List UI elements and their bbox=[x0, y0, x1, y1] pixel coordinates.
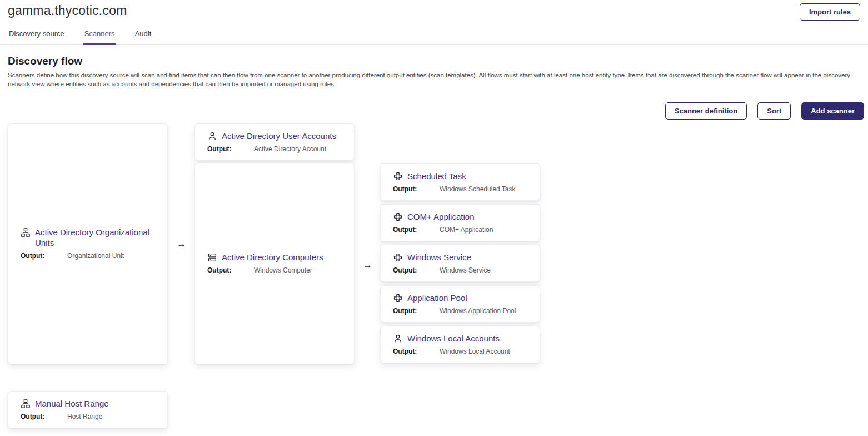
scanner-card-manual-host-range[interactable]: Manual Host Range Output: Host Range bbox=[8, 391, 168, 428]
output-label: Output: bbox=[393, 307, 440, 316]
top-bar: gamma.thycotic.com Import rules bbox=[0, 0, 868, 21]
output-label: Output: bbox=[393, 348, 440, 356]
scanner-link[interactable]: Windows Service bbox=[407, 252, 471, 262]
output-label: Output: bbox=[393, 185, 440, 194]
scanner-card-com-application[interactable]: COM+ Application Output: COM+ Applicatio… bbox=[380, 204, 540, 241]
scanner-link[interactable]: COM+ Application bbox=[407, 211, 474, 222]
section-heading: Discovery flow bbox=[8, 55, 860, 67]
scanner-link[interactable]: Active Directory Computers bbox=[222, 252, 323, 262]
scanner-card-windows-local-accounts[interactable]: Windows Local Accounts Output: Windows L… bbox=[380, 326, 540, 363]
scanner-card-windows-service[interactable]: Windows Service Output: Windows Service bbox=[380, 245, 540, 282]
output-value: Windows Scheduled Task bbox=[440, 185, 516, 194]
scanner-link[interactable]: Application Pool bbox=[407, 293, 467, 303]
output-value: COM+ Application bbox=[440, 226, 493, 235]
dependency-icon bbox=[393, 212, 403, 222]
discovery-flow-canvas: Active Directory Organizational Units Ou… bbox=[0, 117, 868, 436]
output-label: Output: bbox=[21, 413, 67, 422]
person-icon bbox=[393, 334, 403, 344]
sitemap-icon bbox=[21, 227, 31, 237]
tab-audit[interactable]: Audit bbox=[134, 26, 153, 45]
output-value: Windows Service bbox=[440, 266, 491, 275]
dependency-icon bbox=[393, 252, 403, 262]
output-label: Output: bbox=[21, 252, 67, 261]
output-value: Windows Local Account bbox=[440, 348, 510, 356]
person-icon bbox=[207, 131, 217, 141]
scanner-card-ad-user-accounts[interactable]: Active Directory User Accounts Output: A… bbox=[194, 123, 355, 161]
scanner-link[interactable]: Active Directory User Accounts bbox=[222, 131, 336, 141]
tab-discovery-source[interactable]: Discovery source bbox=[8, 26, 66, 45]
output-value: Organizational Unit bbox=[67, 252, 124, 261]
output-label: Output: bbox=[207, 266, 254, 275]
server-icon bbox=[207, 252, 217, 262]
scanner-link[interactable]: Scheduled Task bbox=[407, 171, 466, 181]
output-value: Active Directory Account bbox=[254, 145, 326, 154]
tab-scanners[interactable]: Scanners bbox=[83, 26, 116, 45]
sitemap-icon bbox=[21, 399, 31, 409]
output-value: Windows Application Pool bbox=[440, 307, 516, 316]
import-rules-button[interactable]: Import rules bbox=[800, 3, 860, 21]
output-label: Output: bbox=[393, 266, 440, 275]
dependency-icon bbox=[393, 293, 403, 303]
output-value: Host Range bbox=[67, 413, 102, 422]
flow-arrow-icon: → bbox=[363, 260, 372, 271]
output-value: Windows Computer bbox=[254, 266, 312, 275]
scanner-link[interactable]: Manual Host Range bbox=[35, 398, 109, 409]
scanner-card-application-pool[interactable]: Application Pool Output: Windows Applica… bbox=[380, 285, 540, 323]
scanner-link[interactable]: Windows Local Accounts bbox=[407, 333, 500, 344]
scanner-card-ad-org-units[interactable]: Active Directory Organizational Units Ou… bbox=[8, 123, 168, 364]
page-head: Discovery flow Scanners define how this … bbox=[0, 45, 868, 89]
tab-bar: Discovery source Scanners Audit bbox=[0, 26, 868, 45]
section-description: Scanners define how this discovery sourc… bbox=[8, 71, 860, 89]
output-label: Output: bbox=[393, 226, 440, 235]
dependency-icon bbox=[393, 171, 403, 181]
output-label: Output: bbox=[207, 145, 254, 154]
flow-arrow-icon: → bbox=[177, 239, 186, 250]
toolbar: Scanner definition Sort Add scanner bbox=[0, 89, 868, 120]
scanner-card-ad-computers[interactable]: Active Directory Computers Output: Windo… bbox=[194, 163, 355, 364]
page-title: gamma.thycotic.com bbox=[8, 3, 127, 18]
scanner-link[interactable]: Active Directory Organizational Units bbox=[35, 227, 157, 248]
scanner-card-scheduled-task[interactable]: Scheduled Task Output: Windows Scheduled… bbox=[380, 164, 540, 201]
